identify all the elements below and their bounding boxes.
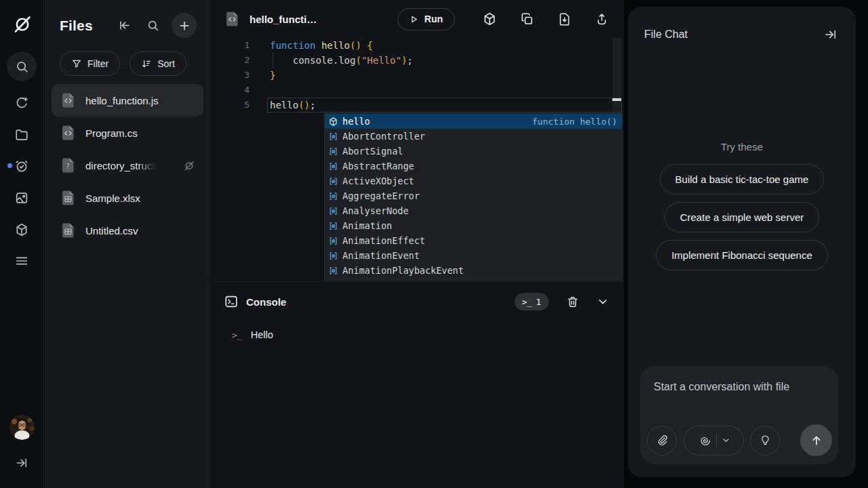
run-button[interactable]: Run [397, 8, 455, 30]
suggestion-label: hello [342, 116, 370, 127]
autocomplete-popup: hellofunction hello()AbortControllerAbor… [324, 113, 623, 281]
copy-icon[interactable] [520, 12, 534, 26]
file-code-icon [60, 124, 77, 142]
terminal-icon [224, 294, 239, 309]
code-line[interactable]: 4 [210, 83, 624, 98]
file-row[interactable]: ?directory_struct [52, 149, 203, 182]
file-row[interactable]: Sample.xlsx [52, 182, 203, 214]
file-row[interactable]: Program.cs [52, 117, 203, 149]
paperclip-icon [656, 434, 669, 447]
file-name: hello_function.js [85, 95, 159, 106]
rail-tasks-icon[interactable] [7, 151, 37, 181]
suggestion-item[interactable]: Animation [325, 218, 622, 233]
rail-collapse-right-icon[interactable] [7, 448, 37, 478]
rail-folder-icon[interactable] [7, 120, 37, 150]
code-line[interactable]: 2 console.log("Hello"); [210, 53, 624, 68]
chat-input[interactable]: Start a conversation with file [640, 366, 838, 393]
line-number: 4 [210, 83, 250, 98]
file-name: directory_struct [85, 160, 155, 171]
rail-menu-icon[interactable] [7, 246, 37, 276]
rail-search-icon[interactable] [7, 52, 37, 81]
icon-rail [0, 0, 44, 488]
suggestion-item[interactable]: AbstractRange [325, 159, 622, 174]
suggestion-detail: function hello() [532, 117, 617, 127]
lightbulb-icon [759, 434, 772, 447]
bracket-icon [328, 266, 338, 276]
send-button[interactable] [800, 424, 832, 456]
suggestion-item[interactable]: AggregateError [325, 188, 622, 203]
suggestion-item[interactable]: AnalyserNode [325, 203, 622, 218]
filter-button[interactable]: Filter [60, 52, 120, 76]
rail-media-icon[interactable] [7, 183, 37, 213]
code-text: hello(); [270, 98, 315, 113]
suggestion-item[interactable]: AbortController [325, 129, 622, 144]
trash-icon[interactable] [566, 296, 579, 308]
sort-label: Sort [157, 58, 175, 69]
run-label: Run [425, 14, 443, 24]
file-name: Untitled.csv [85, 225, 138, 237]
attach-button[interactable] [647, 426, 677, 455]
chat-collapse-right-icon[interactable] [824, 28, 837, 41]
chat-suggestion-pill[interactable]: Create a simple web server [665, 202, 820, 232]
rail-new-chat-icon[interactable] [7, 88, 37, 118]
play-icon [410, 15, 418, 24]
editor-header: hello_functi… Run [210, 0, 624, 38]
line-number: 2 [210, 53, 250, 68]
download-file-icon[interactable] [557, 12, 572, 26]
chat-suggestion-pill[interactable]: Build a basic tic-tac-toe game [660, 164, 825, 195]
try-these-label: Try these [721, 141, 763, 152]
sandbox-cube-icon[interactable] [482, 12, 497, 26]
ideas-button[interactable] [750, 426, 780, 455]
suggestion-label: AbortController [342, 131, 425, 142]
file-name: Program.cs [85, 127, 138, 139]
bracket-icon [328, 206, 338, 216]
suggestion-item[interactable]: AnimationEvent [325, 248, 622, 263]
suggestion-item[interactable]: ActiveXObject [325, 174, 622, 188]
console-count-badge[interactable]: >_ 1 [515, 293, 549, 310]
chat-suggestion-pill[interactable]: Implement Fibonacci sequence [656, 240, 828, 270]
bracket-icon [328, 191, 338, 201]
file-code-icon [224, 10, 241, 28]
suggestion-label: AggregateError [342, 190, 420, 201]
suggestion-item[interactable]: AbortSignal [325, 144, 622, 159]
divider [716, 434, 717, 447]
console-output: Hello [251, 329, 273, 340]
sidebar-search-icon[interactable] [143, 16, 162, 35]
bracket-icon [328, 176, 338, 186]
code-line[interactable]: 5hello(); [210, 98, 624, 113]
bracket-icon [328, 221, 338, 231]
upload-icon[interactable] [595, 12, 609, 26]
console-count: 1 [536, 297, 541, 307]
chevron-down-icon[interactable] [597, 296, 609, 308]
avatar[interactable] [9, 415, 35, 440]
suggestion-label: AnimationEvent [342, 250, 420, 261]
file-row[interactable]: hello_function.js [52, 84, 203, 117]
line-number: 3 [210, 68, 250, 83]
line-number: 5 [210, 98, 250, 113]
suggestion-label: ActiveXObject [342, 176, 414, 186]
file-row[interactable]: Untitled.csv [52, 214, 203, 247]
code-line[interactable]: 1function hello() { [210, 38, 624, 53]
file-name: Sample.xlsx [85, 192, 140, 204]
suggestion-item[interactable]: AnimationEffect [325, 233, 622, 248]
terminal-mini-icon: >_ [522, 297, 533, 307]
model-selector[interactable] [684, 426, 744, 455]
filter-icon [71, 58, 82, 69]
rail-packages-icon[interactable] [7, 215, 37, 245]
code-line[interactable]: 3} [210, 68, 624, 83]
code-editor[interactable]: 1function hello() {2 console.log("Hello"… [210, 38, 624, 281]
file-chat-panel: File Chat Try these Build a basic tic-ta… [628, 7, 856, 477]
sort-button[interactable]: Sort [130, 52, 186, 76]
bracket-icon [328, 251, 338, 261]
add-file-button[interactable] [172, 13, 197, 38]
model-spiral-icon [698, 434, 711, 447]
suggestion-item[interactable]: hellofunction hello() [325, 114, 622, 129]
suggestion-label: AnimationPlaybackEvent [342, 265, 464, 276]
code-text: console.log("Hello"); [270, 53, 413, 68]
model-chevron-down-icon [722, 436, 730, 445]
app-logo-icon[interactable] [12, 13, 33, 35]
suggestion-item[interactable]: AnimationPlaybackEvent [325, 263, 622, 278]
bracket-icon [328, 236, 338, 246]
collapse-left-icon[interactable] [115, 16, 134, 35]
svg-text:?: ? [66, 163, 70, 170]
